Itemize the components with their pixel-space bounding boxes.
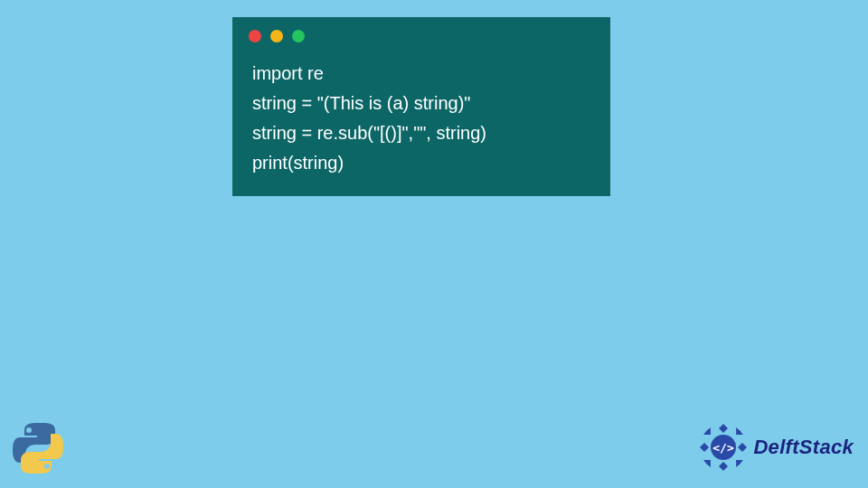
code-window: import re string = "(This is (a) string)… — [232, 17, 610, 196]
code-line: string = re.sub("[()]","", string) — [252, 123, 486, 143]
window-controls — [232, 17, 610, 48]
maximize-icon — [292, 30, 305, 42]
code-line: print(string) — [252, 153, 344, 173]
code-tag-icon: </> — [699, 423, 748, 472]
close-icon — [249, 30, 261, 42]
code-block: import re string = "(This is (a) string)… — [232, 48, 610, 196]
brand-name: DelftStack — [753, 436, 854, 459]
code-line: string = "(This is (a) string)" — [252, 93, 470, 113]
code-line: import re — [252, 63, 324, 83]
python-logo-icon — [9, 419, 67, 477]
svg-text:</>: </> — [713, 441, 735, 455]
minimize-icon — [270, 30, 283, 42]
delftstack-logo: </> DelftStack — [699, 423, 854, 472]
